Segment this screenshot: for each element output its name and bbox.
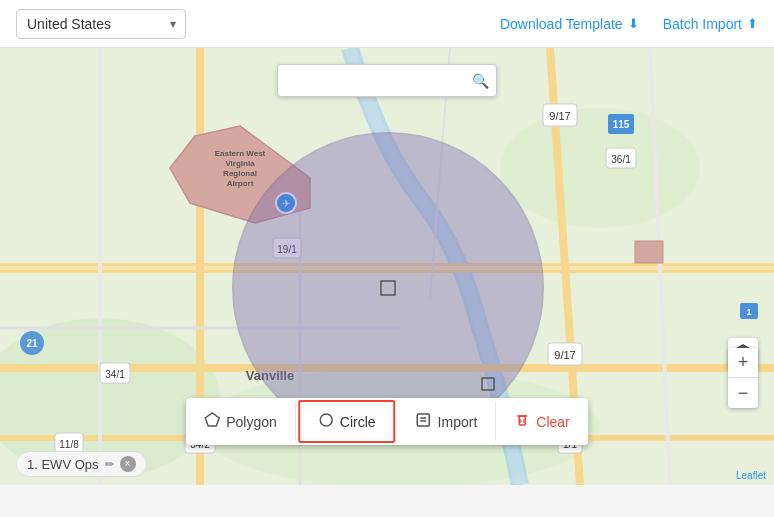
import-tool-button[interactable]: Import	[398, 402, 497, 441]
svg-text:Virginia: Virginia	[225, 159, 255, 168]
svg-text:1: 1	[746, 307, 751, 317]
country-select-wrapper: United StatesCanadaMexico ▾	[16, 9, 186, 39]
import-label: Import	[438, 414, 478, 430]
svg-text:9/17: 9/17	[554, 349, 575, 361]
top-bar: United StatesCanadaMexico ▾ Download Tem…	[0, 0, 774, 48]
country-select[interactable]: United StatesCanadaMexico	[16, 9, 186, 39]
circle-tool-button[interactable]: Circle	[298, 400, 396, 443]
batch-import-link[interactable]: Batch Import ⬆	[663, 16, 758, 32]
tag-bar: 1. EWV Ops ✏ ×	[16, 451, 147, 477]
polygon-label: Polygon	[226, 414, 277, 430]
svg-point-56	[320, 414, 332, 426]
svg-rect-60	[519, 416, 525, 425]
leaflet-link[interactable]: Leaflet	[736, 470, 766, 481]
tag-edit-icon[interactable]: ✏	[105, 458, 114, 471]
svg-text:11/8: 11/8	[59, 439, 79, 450]
svg-rect-50	[635, 241, 663, 263]
map-search-box: 🔍	[277, 64, 497, 97]
svg-text:21: 21	[26, 338, 38, 349]
batch-import-label: Batch Import	[663, 16, 742, 32]
search-icon-button[interactable]: 🔍	[472, 73, 489, 89]
map-container[interactable]: 9/17 36/1 19/1 9/17 34/1 34/2 11/8 1/1 2…	[0, 48, 774, 485]
top-actions: Download Template ⬇ Batch Import ⬆	[500, 16, 758, 32]
svg-text:34/1: 34/1	[105, 369, 125, 380]
svg-text:Regional: Regional	[223, 169, 257, 178]
ewv-ops-tag: 1. EWV Ops ✏ ×	[16, 451, 147, 477]
search-icon: 🔍	[472, 73, 489, 89]
svg-rect-57	[418, 414, 430, 426]
zoom-out-button[interactable]: −	[728, 378, 758, 408]
tag-close-button[interactable]: ×	[120, 456, 136, 472]
clear-tool-button[interactable]: Clear	[496, 402, 587, 441]
import-icon	[416, 412, 432, 431]
batch-import-icon: ⬆	[747, 16, 758, 31]
map-search-input[interactable]	[277, 64, 497, 97]
svg-text:115: 115	[613, 119, 630, 130]
clear-icon	[514, 412, 530, 431]
zoom-in-icon: +	[738, 352, 749, 373]
svg-point-8	[500, 108, 700, 228]
zoom-in-button[interactable]: +	[728, 348, 758, 378]
circle-icon	[318, 412, 334, 431]
zoom-out-icon: −	[738, 383, 749, 404]
clear-label: Clear	[536, 414, 569, 430]
svg-marker-55	[205, 413, 219, 426]
polygon-icon	[204, 412, 220, 431]
polygon-tool-button[interactable]: Polygon	[186, 402, 296, 441]
zoom-controls: + −	[728, 348, 758, 408]
tag-label: 1. EWV Ops	[27, 457, 99, 472]
svg-text:Eastern West: Eastern West	[215, 149, 266, 158]
download-icon: ⬇	[628, 16, 639, 31]
svg-text:Airport: Airport	[227, 179, 254, 188]
download-template-link[interactable]: Download Template ⬇	[500, 16, 639, 32]
svg-point-52	[233, 133, 543, 443]
leaflet-attribution: Leaflet	[736, 470, 766, 481]
download-template-label: Download Template	[500, 16, 623, 32]
map-toolbar: Polygon Circle Import	[186, 398, 588, 445]
circle-label: Circle	[340, 414, 376, 430]
svg-text:9/17: 9/17	[549, 110, 570, 122]
svg-text:36/1: 36/1	[611, 154, 631, 165]
